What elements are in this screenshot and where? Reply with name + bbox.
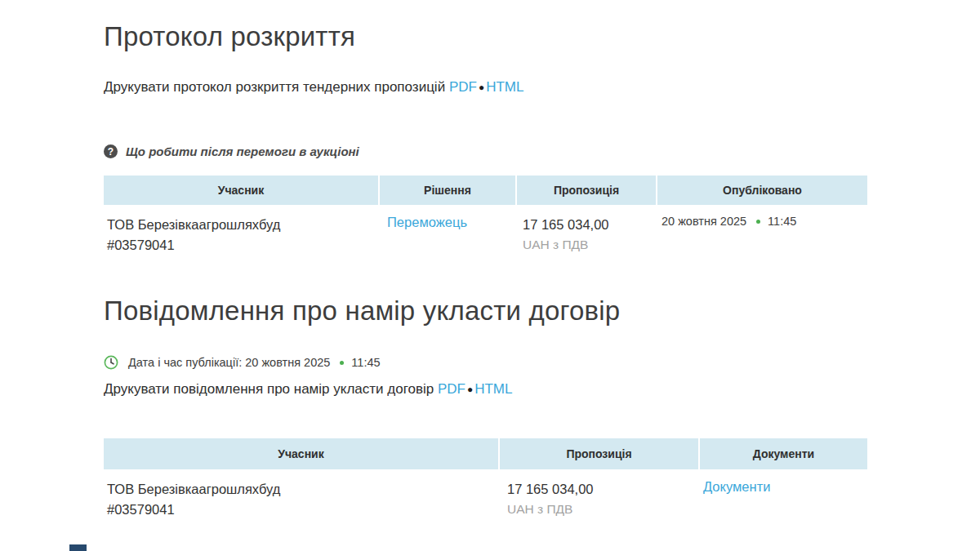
notice-html-link[interactable]: HTML [474, 381, 512, 397]
bullet-separator: ● [466, 384, 474, 395]
participant-name: ТОВ Березівкаагрошляхбуд [107, 479, 498, 500]
green-dot-icon [340, 361, 344, 365]
clock-icon [104, 355, 118, 370]
proposal-currency: UAH з ПДВ [507, 500, 697, 518]
publication-date: 20 жовтня 2025 [245, 356, 330, 369]
column-header-proposal: Пропозиція [517, 176, 656, 205]
help-text[interactable]: Що робити після перемоги в аукціоні [126, 144, 359, 158]
notice-table-header: Учасник Пропозиція Документи [104, 438, 867, 469]
protocol-html-link[interactable]: HTML [486, 79, 523, 95]
participant-cell: ТОВ Березівкаагрошляхбуд #03579041 [104, 469, 498, 520]
decision-cell: Переможець [378, 205, 514, 256]
participant-name: ТОВ Березівкаагрошляхбуд [107, 215, 378, 235]
notice-table-row: ТОВ Березівкаагрошляхбуд #03579041 17 16… [104, 469, 867, 520]
participant-id: #03579041 [107, 500, 498, 520]
publication-label: Дата і час публікації: [128, 356, 242, 369]
proposal-cell: 17 165 034,00 UAH з ПДВ [514, 205, 653, 256]
proposal-amount: 17 165 034,00 [507, 479, 697, 500]
published-time: 11:45 [768, 215, 796, 228]
participant-cell: ТОВ Березівкаагрошляхбуд #03579041 [104, 205, 378, 256]
question-circle-icon[interactable]: ? [104, 144, 118, 158]
footer-fragment [69, 544, 87, 551]
publication-time: 11:45 [351, 356, 380, 369]
proposal-currency: UAH з ПДВ [523, 235, 653, 254]
bullet-separator: ● [477, 82, 486, 93]
column-header-documents: Документи [700, 438, 867, 469]
documents-cell: Документи [697, 469, 864, 520]
published-cell: 20 жовтня 2025 11:45 [653, 205, 862, 256]
proposal-amount: 17 165 034,00 [523, 215, 653, 235]
tender-page: Протокол розкриття Друкувати протокол ро… [0, 0, 980, 551]
intent-notice-title: Повідомлення про намір укласти договір [104, 295, 620, 327]
protocol-pdf-link[interactable]: PDF [449, 79, 477, 95]
publication-line: Дата і час публікації: 20 жовтня 2025 11… [104, 355, 381, 370]
column-header-published: Опубліковано [657, 176, 867, 205]
print-protocol-line: Друкувати протокол розкриття тендерних п… [104, 79, 523, 96]
print-notice-line: Друкувати повідомлення про намір укласти… [104, 381, 512, 398]
protocol-table-header: Учасник Рішення Пропозиція Опубліковано [104, 176, 867, 205]
documents-link[interactable]: Документи [703, 479, 770, 494]
column-header-participant: Учасник [104, 176, 378, 205]
print-notice-text: Друкувати повідомлення про намір укласти… [104, 381, 434, 397]
proposal-cell: 17 165 034,00 UAH з ПДВ [498, 469, 697, 520]
column-header-proposal: Пропозиція [500, 438, 698, 469]
protocol-table-row: ТОВ Березівкаагрошляхбуд #03579041 Перем… [104, 205, 867, 256]
column-header-decision: Рішення [380, 176, 515, 205]
help-line[interactable]: ? Що робити після перемоги в аукціоні [104, 144, 359, 158]
participant-id: #03579041 [107, 235, 378, 256]
published-date: 20 жовтня 2025 [662, 215, 746, 228]
print-protocol-text: Друкувати протокол розкриття тендерних п… [104, 79, 445, 95]
disclosure-protocol-title: Протокол розкриття [104, 21, 355, 52]
column-header-participant: Учасник [104, 438, 498, 469]
green-dot-icon [756, 220, 760, 224]
winner-link[interactable]: Переможець [387, 215, 467, 229]
notice-pdf-link[interactable]: PDF [438, 381, 466, 397]
